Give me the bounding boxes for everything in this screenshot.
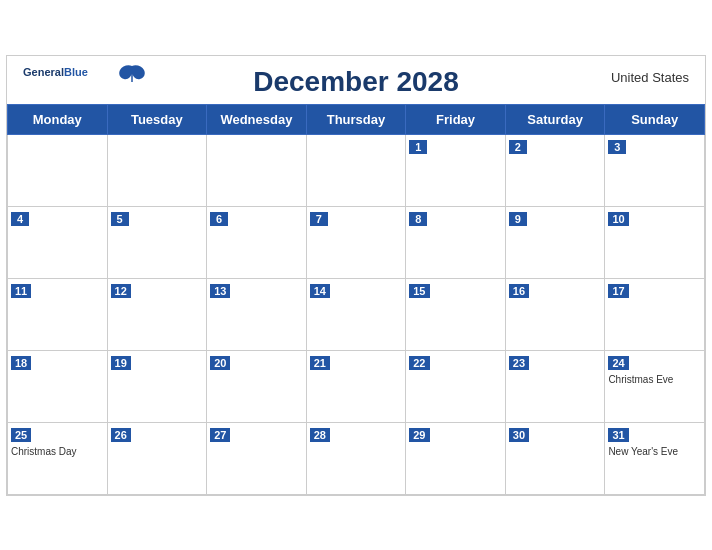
calendar-day-cell: 7	[306, 206, 406, 278]
day-number: 25	[11, 428, 31, 442]
header-tuesday: Tuesday	[107, 104, 207, 134]
calendar-day-cell: 11	[8, 278, 108, 350]
logo-bird-icon	[118, 64, 146, 82]
day-number: 10	[608, 212, 628, 226]
calendar-week-row: 123	[8, 134, 705, 206]
calendar-day-cell	[8, 134, 108, 206]
calendar-day-cell: 9	[505, 206, 605, 278]
calendar-day-cell: 23	[505, 350, 605, 422]
calendar-day-cell: 12	[107, 278, 207, 350]
calendar-day-cell: 26	[107, 422, 207, 494]
calendar-header: GeneralBlue December 2028 United States	[7, 56, 705, 104]
day-event: Christmas Day	[11, 445, 104, 458]
calendar-day-cell: 13	[207, 278, 307, 350]
calendar-day-cell: 15	[406, 278, 506, 350]
calendar-day-cell: 14	[306, 278, 406, 350]
day-number: 20	[210, 356, 230, 370]
country-label: United States	[611, 70, 689, 85]
day-number: 8	[409, 212, 427, 226]
calendar-day-cell: 29	[406, 422, 506, 494]
calendar-day-cell: 5	[107, 206, 207, 278]
calendar-day-cell: 10	[605, 206, 705, 278]
day-number: 15	[409, 284, 429, 298]
day-number: 5	[111, 212, 129, 226]
day-number: 18	[11, 356, 31, 370]
day-number: 4	[11, 212, 29, 226]
day-number: 30	[509, 428, 529, 442]
logo-general-text: General	[23, 66, 64, 78]
calendar-day-cell: 18	[8, 350, 108, 422]
day-number: 28	[310, 428, 330, 442]
header-friday: Friday	[406, 104, 506, 134]
calendar-container: GeneralBlue December 2028 United States …	[6, 55, 706, 496]
day-number: 29	[409, 428, 429, 442]
day-number: 12	[111, 284, 131, 298]
calendar-day-cell: 8	[406, 206, 506, 278]
logo-blue-text: Blue	[64, 66, 88, 78]
calendar-week-row: 18192021222324Christmas Eve	[8, 350, 705, 422]
calendar-day-cell: 19	[107, 350, 207, 422]
header-monday: Monday	[8, 104, 108, 134]
calendar-day-cell: 27	[207, 422, 307, 494]
day-number: 14	[310, 284, 330, 298]
calendar-day-cell: 24Christmas Eve	[605, 350, 705, 422]
month-title: December 2028	[253, 66, 458, 98]
day-number: 9	[509, 212, 527, 226]
day-number: 23	[509, 356, 529, 370]
calendar-day-cell: 16	[505, 278, 605, 350]
logo-text: GeneralBlue	[23, 66, 88, 78]
header-saturday: Saturday	[505, 104, 605, 134]
header-thursday: Thursday	[306, 104, 406, 134]
weekday-header-row: Monday Tuesday Wednesday Thursday Friday…	[8, 104, 705, 134]
day-number: 19	[111, 356, 131, 370]
day-number: 27	[210, 428, 230, 442]
calendar-day-cell: 31New Year's Eve	[605, 422, 705, 494]
day-number: 6	[210, 212, 228, 226]
day-number: 17	[608, 284, 628, 298]
logo-area: GeneralBlue	[23, 64, 146, 82]
header-sunday: Sunday	[605, 104, 705, 134]
calendar-week-row: 11121314151617	[8, 278, 705, 350]
day-number: 1	[409, 140, 427, 154]
day-number: 22	[409, 356, 429, 370]
calendar-day-cell	[207, 134, 307, 206]
day-number: 3	[608, 140, 626, 154]
day-number: 2	[509, 140, 527, 154]
calendar-day-cell: 21	[306, 350, 406, 422]
day-number: 26	[111, 428, 131, 442]
calendar-day-cell	[306, 134, 406, 206]
calendar-day-cell: 20	[207, 350, 307, 422]
calendar-day-cell: 28	[306, 422, 406, 494]
calendar-table: Monday Tuesday Wednesday Thursday Friday…	[7, 104, 705, 495]
calendar-day-cell: 6	[207, 206, 307, 278]
day-number: 13	[210, 284, 230, 298]
calendar-day-cell: 22	[406, 350, 506, 422]
calendar-day-cell: 25Christmas Day	[8, 422, 108, 494]
calendar-day-cell: 30	[505, 422, 605, 494]
day-event: Christmas Eve	[608, 373, 701, 386]
calendar-day-cell: 4	[8, 206, 108, 278]
calendar-day-cell: 2	[505, 134, 605, 206]
calendar-day-cell: 17	[605, 278, 705, 350]
calendar-day-cell: 3	[605, 134, 705, 206]
day-event: New Year's Eve	[608, 445, 701, 458]
day-number: 24	[608, 356, 628, 370]
day-number: 21	[310, 356, 330, 370]
calendar-day-cell: 1	[406, 134, 506, 206]
day-number: 31	[608, 428, 628, 442]
day-number: 11	[11, 284, 31, 298]
header-wednesday: Wednesday	[207, 104, 307, 134]
day-number: 7	[310, 212, 328, 226]
calendar-week-row: 25Christmas Day262728293031New Year's Ev…	[8, 422, 705, 494]
day-number: 16	[509, 284, 529, 298]
calendar-day-cell	[107, 134, 207, 206]
calendar-week-row: 45678910	[8, 206, 705, 278]
